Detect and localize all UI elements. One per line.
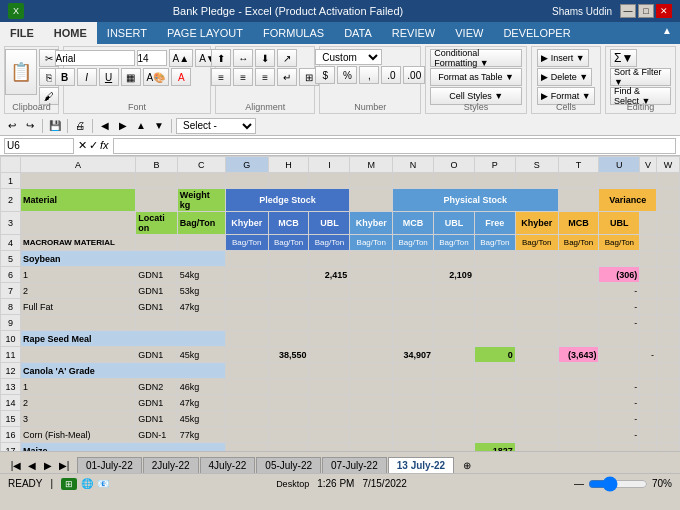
italic-button[interactable]: I bbox=[77, 68, 97, 86]
underline-button[interactable]: U bbox=[99, 68, 119, 86]
col-header-M[interactable]: M bbox=[350, 157, 393, 173]
decimal-increase-button[interactable]: .0 bbox=[381, 66, 401, 84]
align-top-button[interactable]: ⬆ bbox=[211, 49, 231, 67]
delete-button[interactable]: ▶ Delete ▼ bbox=[537, 68, 592, 86]
sheet-tab-13july[interactable]: 13 July-22 bbox=[388, 457, 454, 473]
insert-button[interactable]: ▶ Insert ▼ bbox=[537, 49, 588, 67]
nav-down-button[interactable]: ▼ bbox=[151, 118, 167, 134]
font-color-button[interactable]: A bbox=[171, 68, 191, 86]
table-row: 1 bbox=[1, 173, 680, 189]
maximize-button[interactable]: □ bbox=[638, 4, 654, 18]
user-name: Shams Uddin bbox=[552, 6, 612, 17]
fill-color-button[interactable]: A🎨 bbox=[143, 68, 170, 86]
tab-developer[interactable]: DEVELOPER bbox=[493, 22, 580, 44]
col-header-P[interactable]: P bbox=[474, 157, 515, 173]
col-header-V[interactable]: V bbox=[640, 157, 657, 173]
percent-button[interactable]: % bbox=[337, 66, 357, 84]
status-date: 7/15/2022 bbox=[362, 478, 407, 489]
table-row: 14 2GDN147kg - bbox=[1, 395, 680, 411]
tab-pagelayout[interactable]: PAGE LAYOUT bbox=[157, 22, 253, 44]
tab-home[interactable]: HOME bbox=[44, 22, 97, 44]
col-header-N[interactable]: N bbox=[393, 157, 434, 173]
tab-file[interactable]: FILE bbox=[0, 22, 44, 44]
sort-filter-button[interactable]: Sort & Filter ▼ bbox=[610, 68, 671, 86]
sheet-nav-last[interactable]: ▶| bbox=[56, 457, 72, 473]
zoom-slider[interactable] bbox=[588, 478, 648, 490]
status-time: 1:26 PM bbox=[317, 478, 354, 489]
decimal-decrease-button[interactable]: .00 bbox=[403, 66, 425, 84]
tab-insert[interactable]: INSERT bbox=[97, 22, 157, 44]
col-header-W[interactable]: W bbox=[656, 157, 679, 173]
sheet-nav-prev[interactable]: ◀ bbox=[24, 457, 40, 473]
conditional-format-button[interactable]: Conditional Formatting ▼ bbox=[430, 49, 522, 67]
col-header-I[interactable]: I bbox=[309, 157, 350, 173]
wrap-text-button[interactable]: ↵ bbox=[277, 68, 297, 86]
quick-print-button[interactable]: 🖨 bbox=[72, 118, 88, 134]
tab-data[interactable]: DATA bbox=[334, 22, 382, 44]
number-format-select[interactable]: Custom General Number Currency bbox=[315, 49, 382, 65]
ie-icon[interactable]: 🌐 bbox=[81, 478, 93, 490]
close-button[interactable]: ✕ bbox=[656, 4, 672, 18]
sheet-tab-4july[interactable]: 4July-22 bbox=[200, 457, 256, 473]
sheet-tab-07july[interactable]: 07-July-22 bbox=[322, 457, 387, 473]
tab-review[interactable]: REVIEW bbox=[382, 22, 445, 44]
name-box[interactable] bbox=[4, 138, 74, 154]
col-header-S[interactable]: S bbox=[515, 157, 558, 173]
sheet-container[interactable]: A B C G H I M N O P S T U V W 1 bbox=[0, 156, 680, 451]
minimize-button[interactable]: — bbox=[620, 4, 636, 18]
col-header-H[interactable]: H bbox=[268, 157, 309, 173]
enter-icon[interactable]: ✓ bbox=[89, 139, 98, 152]
tab-formulas[interactable]: FORMULAS bbox=[253, 22, 334, 44]
text-rotate-button[interactable]: ↗ bbox=[277, 49, 297, 67]
desktop-label[interactable]: Desktop bbox=[276, 479, 309, 489]
clipboard-label: Clipboard bbox=[5, 102, 58, 112]
col-header-A[interactable]: A bbox=[21, 157, 136, 173]
col-header-T[interactable]: T bbox=[558, 157, 599, 173]
col-header-B[interactable]: B bbox=[136, 157, 178, 173]
windows-icon[interactable]: ⊞ bbox=[61, 478, 77, 490]
ribbon-options[interactable]: ▲ bbox=[654, 22, 680, 44]
nav-up-button[interactable]: ▲ bbox=[133, 118, 149, 134]
col-header-G[interactable]: G bbox=[225, 157, 268, 173]
function-icon[interactable]: fx bbox=[100, 139, 109, 152]
sheet-tab-2july[interactable]: 2July-22 bbox=[143, 457, 199, 473]
select-dropdown[interactable]: Select - bbox=[176, 118, 256, 134]
align-bottom-button[interactable]: ⬇ bbox=[255, 49, 275, 67]
col-header-C[interactable]: C bbox=[177, 157, 225, 173]
paste-button[interactable]: 📋 bbox=[5, 49, 37, 95]
align-center-button[interactable]: ≡ bbox=[233, 68, 253, 86]
nav-right-button[interactable]: ▶ bbox=[115, 118, 131, 134]
font-name-input[interactable] bbox=[55, 50, 135, 66]
table-row: 16 Corn (Fish-Meal)GDN-177kg - bbox=[1, 427, 680, 443]
ribbon-group-clipboard: 📋 ✂ ⎘ 🖌 Clipboard bbox=[4, 46, 59, 114]
cancel-icon[interactable]: ✕ bbox=[78, 139, 87, 152]
align-left-button[interactable]: ≡ bbox=[211, 68, 231, 86]
add-sheet-button[interactable]: ⊕ bbox=[459, 457, 475, 473]
col-header-U[interactable]: U bbox=[599, 157, 640, 173]
undo-button[interactable]: ↩ bbox=[4, 118, 20, 134]
sheet-nav-next[interactable]: ▶ bbox=[40, 457, 56, 473]
table-row: 4 MACRORAW MATERIAL Bag/Ton Bag/Ton Bag/… bbox=[1, 235, 680, 251]
sheet-nav-first[interactable]: |◀ bbox=[8, 457, 24, 473]
table-row: 12 Canola 'A' Grade bbox=[1, 363, 680, 379]
table-row: 3 Location Bag/Ton Khyber MCB UBL Khyber… bbox=[1, 212, 680, 235]
align-right-button[interactable]: ≡ bbox=[255, 68, 275, 86]
currency-button[interactable]: $ bbox=[315, 66, 335, 84]
save-button[interactable]: 💾 bbox=[47, 118, 63, 134]
sheet-tab-01july[interactable]: 01-July-22 bbox=[77, 457, 142, 473]
tab-view[interactable]: VIEW bbox=[445, 22, 493, 44]
nav-left-button[interactable]: ◀ bbox=[97, 118, 113, 134]
format-table-button[interactable]: Format as Table ▼ bbox=[430, 68, 522, 86]
sum-button[interactable]: Σ▼ bbox=[610, 49, 637, 67]
outlook-icon[interactable]: 📧 bbox=[97, 478, 109, 490]
redo-button[interactable]: ↪ bbox=[22, 118, 38, 134]
formula-input[interactable]: =O6-I6 bbox=[113, 138, 676, 154]
comma-button[interactable]: , bbox=[359, 66, 379, 84]
font-increase-button[interactable]: A▲ bbox=[169, 49, 194, 67]
bold-button[interactable]: B bbox=[55, 68, 75, 86]
col-header-O[interactable]: O bbox=[434, 157, 475, 173]
sheet-tab-05july[interactable]: 05-July-22 bbox=[256, 457, 321, 473]
align-middle-button[interactable]: ↔ bbox=[233, 49, 253, 67]
font-size-input[interactable] bbox=[137, 50, 167, 66]
border-button[interactable]: ▦ bbox=[121, 68, 141, 86]
